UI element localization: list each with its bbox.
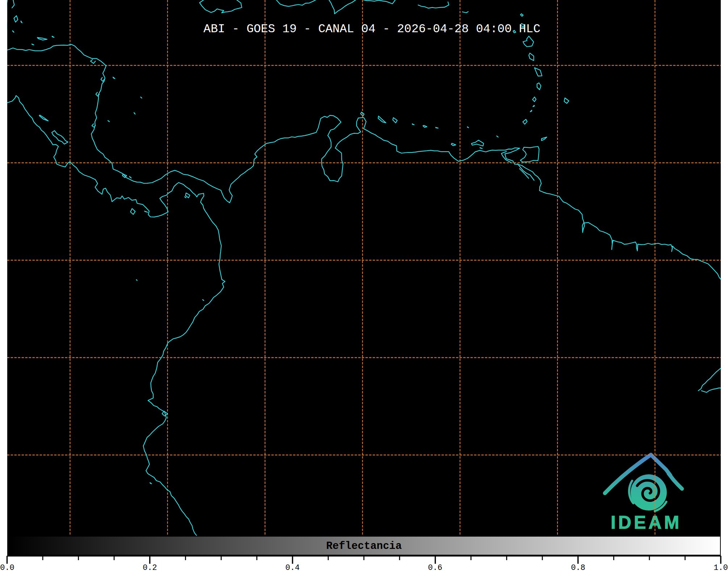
svg-text:IDEAM: IDEAM xyxy=(611,512,682,533)
